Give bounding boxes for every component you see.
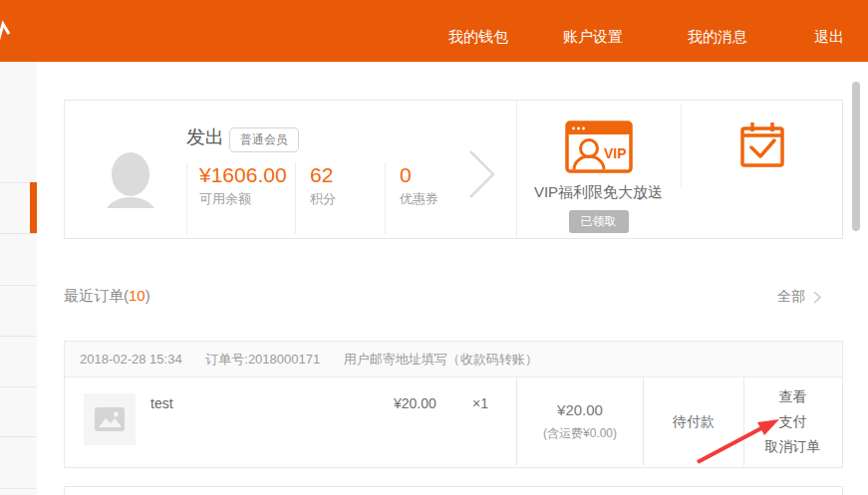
sidebar [0, 62, 37, 495]
vip-icon: VIP [565, 121, 633, 173]
sidebar-divider [0, 285, 37, 286]
coupons-stat[interactable]: 0 优惠券 [385, 162, 474, 234]
count-paren-close: ) [145, 287, 150, 304]
balance-value: ¥1606.00 [199, 162, 291, 187]
orders-count: 10 [129, 287, 145, 304]
next-order-card [64, 486, 843, 495]
vip-icon-label: VIP [604, 145, 627, 161]
top-header: 我的钱包 账户设置 我的消息 退出 [0, 0, 868, 62]
view-all-link[interactable]: 全部 [777, 288, 847, 306]
sidebar-divider [0, 436, 37, 437]
vip-promo: VIP VIP福利限免大放送 已领取 [516, 101, 681, 238]
product-quantity: ×1 [472, 395, 488, 411]
product-cell: test ¥20.00 ×1 [65, 377, 516, 466]
shipping-note: (含运费¥0.00) [543, 425, 617, 442]
image-placeholder-icon [95, 407, 125, 431]
calendar-check-icon[interactable] [738, 122, 786, 169]
order-header: 2018-02-28 15:34 订单号:2018000171 用户邮寄地址填写… [65, 342, 842, 377]
recent-orders-label: 最近订单 [64, 287, 124, 304]
chevron-right-icon [813, 291, 821, 304]
points-value: 62 [310, 162, 385, 187]
user-summary-card: 发出 普通会员 ¥1606.00 可用余额 62 积分 0 优惠券 [64, 100, 843, 239]
product-thumbnail[interactable] [84, 393, 136, 445]
recent-orders-title: 最近订单(10) [64, 287, 150, 306]
claimed-badge[interactable]: 已领取 [569, 210, 629, 233]
points-stat[interactable]: 62 积分 [295, 162, 385, 234]
vip-promo-title: VIP福利限免大放送 [516, 183, 681, 202]
balance-stat[interactable]: ¥1606.00 可用余额 [186, 162, 295, 234]
sidebar-divider [0, 386, 37, 387]
nav-my-wallet[interactable]: 我的钱包 [448, 28, 508, 47]
view-order-link[interactable]: 查看 [779, 384, 807, 409]
nav-account-settings[interactable]: 账户设置 [563, 28, 623, 47]
avatar [103, 150, 158, 208]
sidebar-divider [0, 488, 37, 489]
chevron-right-icon[interactable] [467, 148, 497, 204]
order-time: 2018-02-28 15:34 [80, 352, 182, 367]
order-note: 用户邮寄地址填写（收款码转账） [344, 352, 538, 367]
pay-order-link[interactable]: 支付 [779, 409, 807, 434]
product-price: ¥20.00 [394, 395, 436, 411]
view-all-label: 全部 [777, 288, 805, 306]
order-body: test ¥20.00 ×1 ¥20.00 (含运费¥0.00) 待付款 查看 … [65, 377, 842, 466]
sidebar-divider [0, 336, 37, 337]
balance-label: 可用余额 [199, 190, 295, 208]
username: 发出 [186, 124, 224, 150]
order-status: 待付款 [643, 377, 743, 466]
nav-my-messages[interactable]: 我的消息 [688, 28, 747, 47]
sidebar-active-indicator [30, 182, 37, 233]
order-card: 2018-02-28 15:34 订单号:2018000171 用户邮寄地址填写… [64, 341, 843, 468]
member-level-badge: 普通会员 [229, 127, 299, 152]
order-actions: 查看 支付 取消订单 [743, 377, 841, 466]
product-name[interactable]: test [150, 395, 173, 411]
total-amount: ¥20.00 [557, 401, 603, 418]
nav-logout[interactable]: 退出 [814, 28, 844, 47]
total-cell: ¥20.00 (含运费¥0.00) [516, 377, 643, 466]
page: 我的钱包 账户设置 我的消息 退出 发出 普通会员 ¥1606.00 可用余额 … [0, 0, 868, 495]
coupons-label: 优惠券 [400, 190, 474, 208]
status-label: 待付款 [673, 413, 715, 431]
sidebar-divider [0, 233, 37, 234]
scrollbar-thumb[interactable] [852, 82, 860, 231]
signin-zone [681, 101, 843, 238]
points-label: 积分 [310, 190, 385, 208]
coupons-value: 0 [400, 162, 474, 187]
cancel-order-link[interactable]: 取消订单 [765, 434, 821, 459]
order-number: 订单号:2018000171 [205, 352, 320, 367]
logo-fragment-icon [0, 20, 12, 44]
